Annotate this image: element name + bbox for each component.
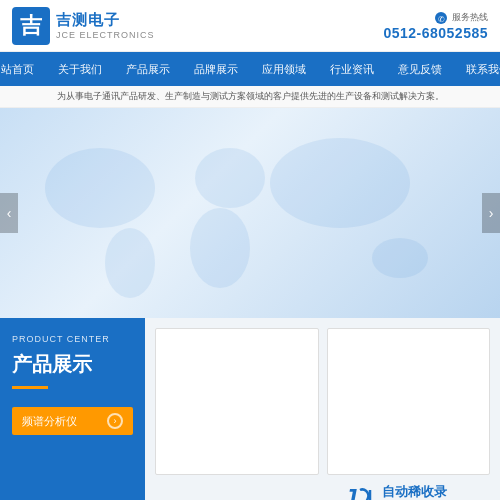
watermark-main: 自动稀收录: [382, 483, 482, 500]
header-right: ✆ 服务热线 0512-68052585: [383, 11, 488, 41]
svg-point-8: [105, 228, 155, 298]
phone-icon: ✆: [434, 11, 448, 25]
svg-point-9: [372, 238, 428, 278]
logo-area: 吉 吉测电子 JCE ELECTRONICS: [12, 7, 155, 45]
arrow-circle-icon: ›: [107, 413, 123, 429]
product-center-en-label: PRODUCT CENTER: [12, 334, 133, 344]
product-center-cn-label: 产品展示: [12, 352, 133, 376]
nav-products[interactable]: 产品展示: [114, 52, 182, 86]
category-label: 频谱分析仪: [22, 414, 77, 429]
hotline-number[interactable]: 0512-68052585: [383, 25, 488, 41]
right-panel: J 自动稀收录 敢上链接·来访一次·自动收录: [145, 318, 500, 500]
header: 吉 吉测电子 JCE ELECTRONICS ✆ 服务热线 0512-68052…: [0, 0, 500, 52]
svg-point-7: [190, 208, 250, 288]
product-card-1[interactable]: [155, 328, 319, 475]
nav-about[interactable]: 关于我们: [46, 52, 114, 86]
svg-point-4: [45, 148, 155, 228]
hotline-label: 服务热线: [452, 11, 488, 24]
svg-point-6: [270, 138, 410, 228]
product-cards-row: [155, 328, 490, 475]
logo-icon: 吉: [12, 7, 50, 45]
left-panel: PRODUCT CENTER 产品展示 频谱分析仪 ›: [0, 318, 145, 500]
svg-point-5: [195, 148, 265, 208]
nav-home[interactable]: 网站首页: [0, 52, 46, 86]
jr-logo-icon: J: [342, 484, 378, 501]
main-nav: 网站首页 关于我们 产品展示 品牌展示 应用领域 行业资讯 意见反馈 联系我们: [0, 52, 500, 86]
nav-contact[interactable]: 联系我们: [454, 52, 500, 86]
logo-sub-text: JCE ELECTRONICS: [56, 30, 155, 40]
logo-main-text: 吉测电子: [56, 11, 155, 30]
watermark-area: J 自动稀收录 敢上链接·来访一次·自动收录: [155, 483, 490, 500]
svg-text:✆: ✆: [438, 14, 445, 23]
slider-arrow-right[interactable]: ›: [482, 193, 500, 233]
nav-applications[interactable]: 应用领域: [250, 52, 318, 86]
nav-brands[interactable]: 品牌展示: [182, 52, 250, 86]
category-button[interactable]: 频谱分析仪 ›: [12, 407, 133, 435]
bottom-section: PRODUCT CENTER 产品展示 频谱分析仪 › J 自动稀收录: [0, 318, 500, 500]
slider-arrow-left[interactable]: ‹: [0, 193, 18, 233]
svg-text:J: J: [343, 484, 357, 501]
svg-text:吉: 吉: [20, 13, 43, 38]
world-map-decoration: /* dots */: [0, 108, 500, 318]
slogan-text: 为从事电子通讯产品研发、生产制造与测试方案领域的客户提供先进的生产设备和测试解决…: [57, 91, 444, 101]
slogan-bar: 为从事电子通讯产品研发、生产制造与测试方案领域的客户提供先进的生产设备和测试解决…: [0, 86, 500, 108]
logo-text-area: 吉测电子 JCE ELECTRONICS: [56, 11, 155, 40]
orange-divider: [12, 386, 48, 389]
product-card-2[interactable]: [327, 328, 491, 475]
nav-feedback[interactable]: 意见反馈: [386, 52, 454, 86]
nav-news[interactable]: 行业资讯: [318, 52, 386, 86]
slider-area: /* dots */ ‹ ›: [0, 108, 500, 318]
phone-area: ✆ 服务热线: [434, 11, 488, 25]
